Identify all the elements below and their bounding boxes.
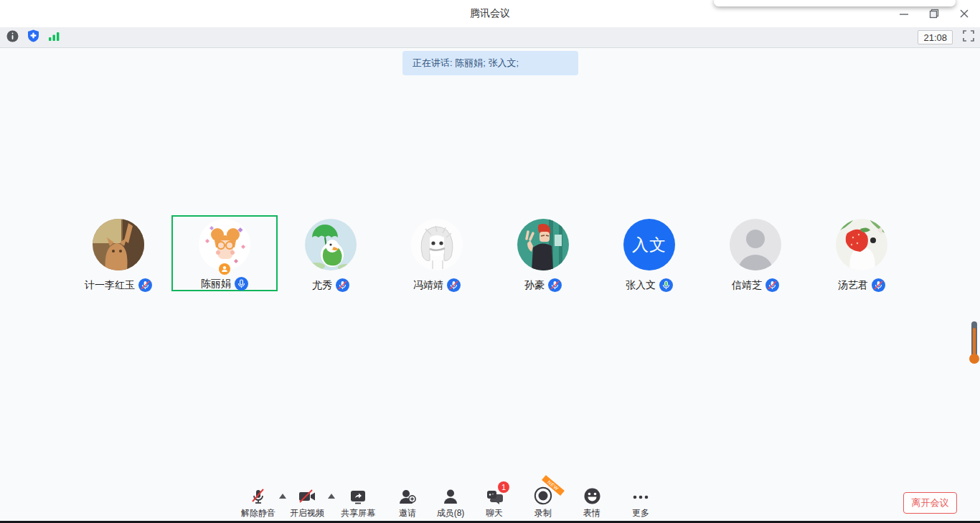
share-screen-button[interactable]: 共享屏幕 (329, 486, 387, 519)
unmute-label: 解除静音 (241, 507, 275, 519)
participant-name: 信靖芝 (732, 279, 762, 292)
participant-tile-active-speaker[interactable]: 陈丽娟 (171, 215, 278, 291)
mic-muted-icon (447, 278, 461, 292)
more-label: 更多 (632, 507, 649, 519)
mic-muted-icon (765, 278, 779, 292)
participant-tile[interactable]: 孙豪 (490, 215, 596, 291)
network-signal-icon[interactable] (48, 31, 60, 44)
share-screen-icon (349, 488, 367, 505)
participant-name: 张入文 (626, 279, 656, 292)
participant-tile[interactable]: 信靖芝 (702, 215, 809, 291)
members-label: 成员(8) (437, 507, 465, 519)
close-icon (959, 9, 969, 19)
participant-tile[interactable]: 尤秀 (278, 215, 384, 291)
participant-tile-speaking[interactable]: 入文 张入文 (596, 215, 702, 291)
participant-name: 计一李红玉 (85, 279, 135, 292)
host-badge-icon (219, 263, 230, 275)
restore-icon (929, 9, 939, 19)
start-video-button[interactable]: 开启视频 (278, 486, 336, 519)
emoji-icon (583, 487, 601, 505)
leave-meeting-button[interactable]: 离开会议 (903, 492, 957, 514)
avatar-initials: 入文 (623, 219, 675, 270)
avatar-cat-strawberry (836, 219, 887, 270)
avatar-cat-photo (93, 219, 144, 270)
speaking-banner-text: 正在讲话: 陈丽娟; 张入文; (413, 57, 519, 70)
close-button[interactable] (958, 8, 970, 19)
members-icon (442, 488, 459, 505)
avatar-anime-sketch (411, 219, 463, 270)
restore-button[interactable] (928, 8, 940, 19)
chat-label: 聊天 (486, 507, 503, 519)
window-controls (898, 0, 974, 27)
fullscreen-button[interactable] (963, 30, 974, 44)
participant-name: 陈丽娟 (201, 278, 231, 291)
more-button[interactable]: 更多 (612, 486, 669, 519)
mic-muted-icon (138, 278, 152, 292)
thermometer-icon (969, 321, 980, 368)
chat-unread-badge: 1 (498, 481, 509, 493)
participant-name: 孙豪 (524, 279, 545, 292)
avatar-initials-text: 入文 (632, 234, 666, 256)
mic-speaking-icon (235, 277, 248, 291)
invite-icon (398, 488, 417, 505)
window-title: 腾讯会议 (470, 7, 510, 20)
invite-label: 邀请 (399, 507, 416, 519)
emoji-label: 表情 (583, 507, 600, 519)
start-video-label: 开启视频 (290, 507, 324, 519)
mic-off-icon (250, 488, 267, 505)
meeting-info-icon[interactable] (6, 30, 19, 45)
participant-tile[interactable]: 冯靖靖 (384, 215, 490, 291)
minimize-icon (899, 9, 909, 19)
speaking-banner: 正在讲话: 陈丽娟; 张入文; (402, 51, 578, 75)
mic-muted-icon (336, 278, 349, 292)
avatar-default-silhouette (730, 219, 781, 270)
participant-name: 汤艺君 (838, 279, 868, 292)
shield-plus-icon[interactable] (27, 29, 39, 45)
participants-row: 计一李红玉 (65, 215, 915, 291)
share-screen-label: 共享屏幕 (341, 507, 375, 519)
more-icon (631, 487, 650, 504)
mic-muted-icon (872, 278, 885, 292)
status-icons (0, 29, 60, 45)
participant-name: 尤秀 (312, 279, 332, 292)
participant-name: 冯靖靖 (413, 279, 443, 292)
minimize-button[interactable] (898, 8, 910, 19)
record-label: 录制 (534, 507, 552, 519)
camera-off-icon (298, 488, 316, 505)
title-bar: 腾讯会议 (0, 0, 980, 27)
bottom-toolbar: 解除静音 开启视频 共享屏幕 (0, 486, 980, 521)
participant-tile[interactable]: 计一李红玉 (65, 215, 171, 291)
avatar-duck-umbrella (305, 219, 357, 270)
participant-tile[interactable]: 汤艺君 (809, 215, 915, 291)
status-bar: 21:08 (0, 27, 980, 48)
mic-muted-icon (548, 278, 562, 292)
meeting-timer: 21:08 (918, 30, 953, 44)
record-icon (534, 486, 552, 505)
mic-speaking-active-icon (659, 278, 673, 292)
avatar-red-hair-cartoon (517, 219, 569, 270)
